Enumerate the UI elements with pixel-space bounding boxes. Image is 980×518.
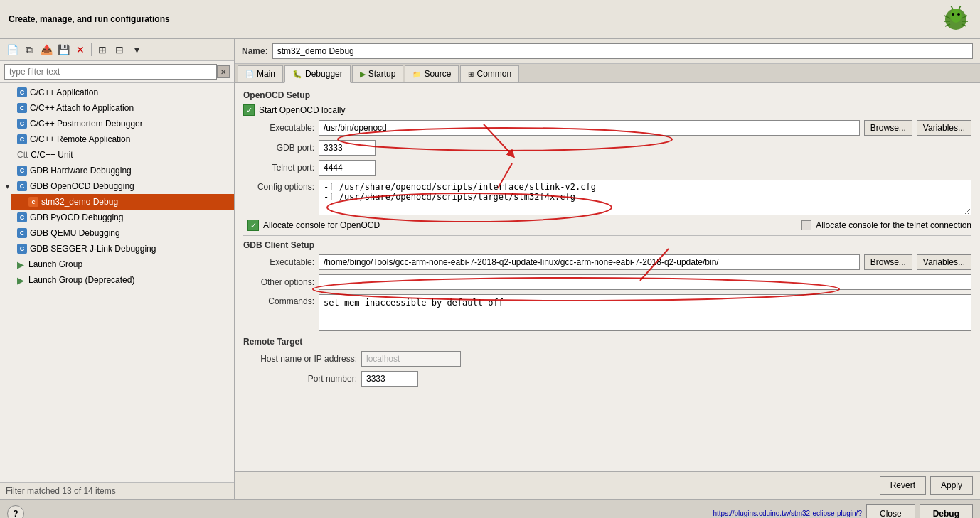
- start-openocd-label: Start OpenOCD locally: [259, 105, 345, 115]
- tabs: 📄 Main 🐛 Debugger ▶ Startup 📁 Source ⊞: [235, 64, 980, 83]
- allocate-telnet-label: Allocate console for the telnet connecti…: [816, 220, 971, 230]
- search-input[interactable]: [4, 64, 217, 80]
- executable-input[interactable]: [319, 120, 860, 136]
- c-icon: C: [17, 228, 27, 238]
- close-button[interactable]: Close: [866, 504, 915, 519]
- svg-line-11: [959, 6, 961, 9]
- search-box: ✕: [0, 61, 234, 83]
- source-icon: 📁: [412, 70, 421, 78]
- c-icon: C: [17, 212, 27, 222]
- toolbar: 📄 ⧉ 📤 💾 ✕ ⊞ ⊟ ▾: [0, 39, 234, 61]
- dialog-action-buttons: https://plugins.cduino.tw/stm32-eclipse-…: [713, 504, 973, 519]
- variables-button[interactable]: Variables...: [917, 120, 971, 136]
- other-options-label: Other options:: [243, 277, 314, 287]
- bug-icon: [940, 6, 971, 33]
- revert-button[interactable]: Revert: [880, 476, 926, 495]
- other-options-input[interactable]: [319, 274, 971, 290]
- host-input[interactable]: [361, 351, 461, 367]
- help-button[interactable]: ?: [7, 505, 24, 519]
- config-options-label: Config options:: [243, 180, 314, 192]
- delete-button[interactable]: ✕: [73, 42, 88, 58]
- tab-startup[interactable]: ▶ Startup: [352, 65, 404, 82]
- save-button[interactable]: 💾: [55, 42, 71, 58]
- gdb-variables-button[interactable]: Variables...: [917, 254, 971, 270]
- tree-item-launch-group-dep[interactable]: ▶ Launch Group (Deprecated): [0, 272, 234, 288]
- gdb-browse-button[interactable]: Browse...: [864, 254, 912, 270]
- commands-row: Commands:: [243, 294, 971, 331]
- apply-button[interactable]: Apply: [930, 476, 973, 495]
- executable-row: Executable: Browse... Variables...: [243, 120, 971, 136]
- launch-group-icon: ▶: [17, 259, 24, 270]
- other-options-row: Other options:: [243, 274, 971, 290]
- executable-label: Executable:: [243, 123, 314, 133]
- telnet-port-label: Telnet port:: [243, 163, 314, 173]
- c-icon: C: [17, 166, 27, 176]
- tree-item-gdb-pyocd[interactable]: C GDB PyOCD Debugging: [0, 210, 234, 225]
- allocate-console-row: ✓ Allocate console for OpenOCD Allocate …: [243, 220, 971, 231]
- tree-item-cpp-app[interactable]: C C/C++ Application: [0, 85, 234, 100]
- separator-1: [243, 235, 971, 236]
- c-icon: C: [17, 244, 27, 254]
- allocate-telnet-checkbox[interactable]: [801, 220, 811, 230]
- gdb-port-input[interactable]: [319, 140, 376, 156]
- new-config-button[interactable]: 📄: [4, 42, 20, 58]
- ctt-icon: Ctt: [17, 150, 28, 160]
- openocd-section-title: OpenOCD Setup: [243, 90, 971, 100]
- commands-input[interactable]: [319, 294, 971, 331]
- content-area: OpenOCD Setup ✓ Start OpenOCD locally Ex…: [235, 83, 980, 471]
- more-button[interactable]: ▾: [129, 42, 144, 58]
- config-options-row: Config options:: [243, 180, 971, 215]
- search-clear-button[interactable]: ✕: [217, 65, 230, 78]
- name-bar: Name:: [235, 39, 980, 64]
- gdb-executable-input[interactable]: [319, 254, 860, 270]
- expand-arrow: ▾: [6, 183, 14, 190]
- tree-item-cpp-attach[interactable]: C C/C++ Attach to Application: [0, 100, 234, 116]
- page-icon: 📄: [245, 70, 254, 78]
- tab-source[interactable]: 📁 Source: [405, 65, 459, 82]
- duplicate-button[interactable]: ⧉: [21, 42, 37, 58]
- tree-item-gdb-qemu[interactable]: C GDB QEMU Debugging: [0, 225, 234, 241]
- remote-section-title: Remote Target: [243, 337, 971, 347]
- svg-point-3: [957, 13, 960, 16]
- tree-item-gdb-hw[interactable]: C GDB Hardware Debugging: [0, 163, 234, 178]
- port-number-input[interactable]: [361, 371, 418, 387]
- name-input[interactable]: [272, 43, 973, 59]
- gdb-port-label: GDB port:: [243, 143, 314, 153]
- tree-item-cpp-postmortem[interactable]: C C/C++ Postmortem Debugger: [0, 116, 234, 131]
- collapse-all-button[interactable]: ⊟: [112, 42, 127, 58]
- port-number-row: Port number:: [243, 371, 971, 387]
- allocate-console-checkbox[interactable]: ✓: [247, 220, 259, 231]
- filter-button[interactable]: ⊞: [95, 42, 110, 58]
- tree-item-cpp-remote[interactable]: C C/C++ Remote Application: [0, 131, 234, 147]
- status-link[interactable]: https://plugins.cduino.tw/stm32-eclipse-…: [713, 509, 862, 517]
- debugger-icon: 🐛: [292, 70, 302, 79]
- tree-item-gdb-openocd[interactable]: ▾ C GDB OpenOCD Debugging: [0, 178, 234, 194]
- tab-main[interactable]: 📄 Main: [238, 65, 283, 82]
- tab-common[interactable]: ⊞ Common: [460, 65, 519, 82]
- commands-label: Commands:: [243, 294, 314, 306]
- config-options-input[interactable]: [319, 180, 971, 215]
- tree-item-cpp-unit[interactable]: Ctt C/C++ Unit: [0, 147, 234, 163]
- tree-item-gdb-segger[interactable]: C GDB SEGGER J-Link Debugging: [0, 241, 234, 257]
- allocate-console-label: Allocate console for OpenOCD: [263, 220, 380, 230]
- dialog-bottom: ? https://plugins.cduino.tw/stm32-eclips…: [0, 499, 980, 518]
- launch-group-dep-icon: ▶: [17, 275, 24, 286]
- dialog-title: Create, manage, and run configurations: [9, 14, 170, 24]
- bottom-buttons: Revert Apply: [235, 471, 980, 499]
- tab-debugger[interactable]: 🐛 Debugger: [284, 65, 351, 83]
- common-icon: ⊞: [468, 70, 474, 78]
- telnet-port-input[interactable]: [319, 160, 376, 176]
- c-icon: C: [17, 181, 27, 191]
- debug-button[interactable]: Debug: [920, 504, 973, 519]
- svg-point-1: [950, 9, 962, 23]
- browse-button[interactable]: Browse...: [864, 120, 912, 136]
- startup-icon: ▶: [360, 70, 366, 79]
- tree-item-launch-group[interactable]: ▶ Launch Group: [0, 257, 234, 272]
- gdb-port-row: GDB port:: [243, 140, 971, 156]
- start-openocd-checkbox[interactable]: ✓: [243, 104, 255, 116]
- gdb-client-section-title: GDB Client Setup: [243, 240, 971, 250]
- tree-item-stm32-debug[interactable]: c stm32_demo Debug: [11, 194, 234, 210]
- host-row: Host name or IP address:: [243, 351, 971, 367]
- c-icon: C: [17, 103, 27, 113]
- export-button[interactable]: 📤: [38, 42, 54, 58]
